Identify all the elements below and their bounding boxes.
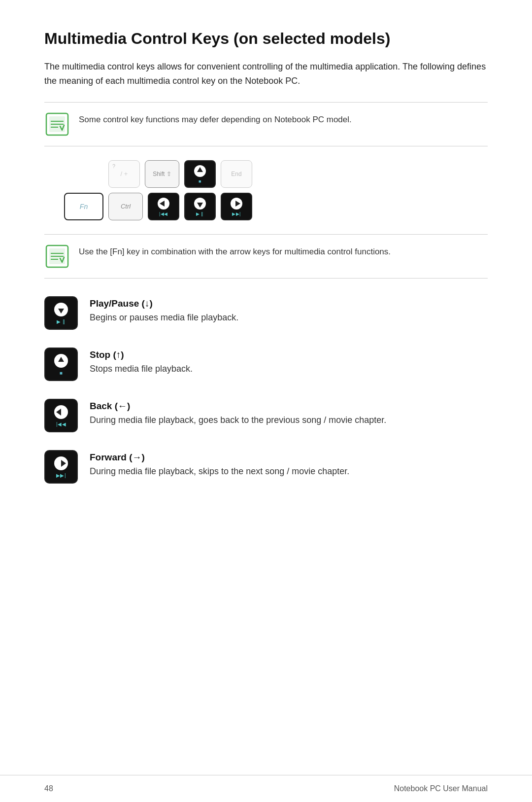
feature-text-forward: Forward (→) During media file playback, …	[90, 450, 488, 479]
key-end: End	[221, 160, 252, 188]
feature-section: ▶ ‖ Play/Pause (↓) Begins or pauses medi…	[44, 296, 488, 484]
play-pause-sub: ▶ ‖	[57, 319, 65, 324]
feature-title-play-pause: Play/Pause (↓)	[90, 298, 488, 309]
feature-title-forward: Forward (→)	[90, 452, 488, 463]
forward-sub: ▶▶|	[56, 473, 66, 478]
footer-manual-title: Notebook PC User Manual	[394, 784, 488, 793]
feature-key-back: |◀◀	[44, 399, 78, 432]
intro-text: The multimedia control keys allows for c…	[44, 60, 488, 88]
feature-desc-play-pause: Begins or pauses media file playback.	[90, 311, 488, 325]
key-down-arrow: ▶ ‖	[184, 193, 216, 220]
page-title: Multimedia Control Keys (on selected mod…	[44, 30, 488, 48]
feature-back: |◀◀ Back (←) During media file playback,…	[44, 399, 488, 432]
down-arrow-icon	[193, 197, 207, 210]
key-left-arrow: |◀◀	[148, 193, 179, 220]
feature-forward: ▶▶| Forward (→) During media file playba…	[44, 450, 488, 484]
key-row-2: Fn Ctrl |◀◀ ▶ ‖	[64, 193, 252, 220]
key-fn: Fn	[64, 193, 103, 220]
play-pause-icon	[53, 302, 69, 317]
feature-text-play-pause: Play/Pause (↓) Begins or pauses media fi…	[90, 296, 488, 325]
note-box-2: Use the [Fn] key in combination with the…	[44, 235, 488, 279]
feature-text-back: Back (←) During media file playback, goe…	[90, 399, 488, 427]
page: Multimedia Control Keys (on selected mod…	[0, 0, 532, 802]
feature-desc-back: During media file playback, goes back to…	[90, 414, 488, 427]
key-up-arrow: ■	[184, 160, 216, 188]
feature-stop: ■ Stop (↑) Stops media file playback.	[44, 348, 488, 381]
feature-title-back: Back (←)	[90, 401, 488, 412]
footer: 48 Notebook PC User Manual	[0, 775, 532, 802]
feature-desc-stop: Stops media file playback.	[90, 362, 488, 376]
back-sub: |◀◀	[56, 421, 66, 427]
forward-icon	[53, 455, 69, 471]
up-arrow-icon	[193, 164, 207, 178]
feature-key-stop: ■	[44, 348, 78, 381]
key-row-1: ? / + Shift ⇧ ■ End	[64, 160, 252, 188]
note-box-1: Some control key functions may defer dep…	[44, 103, 488, 146]
feature-key-forward: ▶▶|	[44, 450, 78, 484]
back-icon	[53, 404, 69, 420]
key-right-sub: ▶▶|	[232, 211, 241, 216]
key-left-sub: |◀◀	[159, 211, 168, 216]
note-icon-2	[44, 244, 70, 269]
stop-sub: ■	[60, 370, 63, 376]
feature-play-pause: ▶ ‖ Play/Pause (↓) Begins or pauses medi…	[44, 296, 488, 330]
right-arrow-icon	[230, 197, 243, 210]
key-shift: Shift ⇧	[145, 160, 179, 188]
feature-desc-forward: During media file playback, skips to the…	[90, 465, 488, 479]
stop-icon	[53, 353, 69, 369]
footer-page-number: 48	[44, 784, 53, 793]
feature-title-stop: Stop (↑)	[90, 349, 488, 360]
key-down-sub: ▶ ‖	[196, 211, 204, 216]
left-arrow-icon	[157, 197, 170, 210]
key-slash-plus: ? / +	[108, 160, 140, 188]
feature-key-play-pause: ▶ ‖	[44, 296, 78, 330]
key-up-sub: ■	[199, 179, 201, 184]
note-icon-1	[44, 111, 70, 137]
key-right-arrow: ▶▶|	[221, 193, 252, 220]
note1-text: Some control key functions may defer dep…	[79, 111, 352, 126]
keyboard-diagram: ? / + Shift ⇧ ■ End	[64, 160, 488, 220]
feature-text-stop: Stop (↑) Stops media file playback.	[90, 348, 488, 376]
note2-text: Use the [Fn] key in combination with the…	[79, 244, 391, 258]
key-ctrl: Ctrl	[108, 193, 143, 220]
